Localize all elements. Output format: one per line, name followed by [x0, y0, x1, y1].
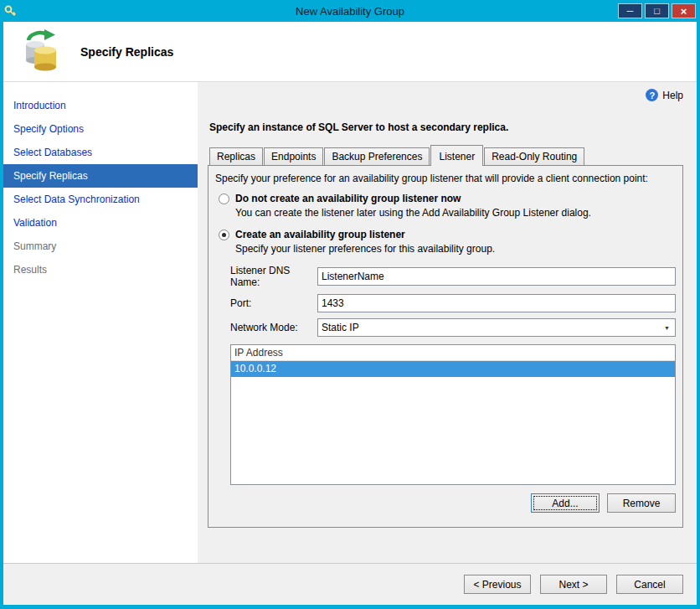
- tab-endpoints[interactable]: Endpoints: [264, 147, 323, 165]
- ip-address-row[interactable]: 10.0.0.12: [231, 361, 675, 377]
- previous-button[interactable]: < Previous: [464, 575, 531, 594]
- sidebar-item-summary: Summary: [3, 235, 198, 258]
- sidebar-item-validation[interactable]: Validation: [3, 211, 198, 235]
- ip-address-column-header: IP Address: [231, 345, 675, 361]
- next-button[interactable]: Next >: [540, 575, 607, 594]
- help-link[interactable]: ? Help: [646, 89, 683, 101]
- radio-no-listener-description: You can create the listener later using …: [235, 207, 676, 219]
- availability-group-wizard-icon: [20, 28, 62, 75]
- new-availability-group-window: New Availability Group ─ □ ×: [0, 0, 700, 609]
- sidebar-item-results: Results: [3, 258, 198, 281]
- radio-no-listener[interactable]: Do not create an availability group list…: [219, 193, 676, 204]
- radio-no-listener-label[interactable]: Do not create an availability group list…: [235, 193, 461, 204]
- radio-create-listener[interactable]: Create an availability group listener: [219, 229, 676, 240]
- wizard-footer: < Previous Next > Cancel: [3, 563, 697, 605]
- wizard-header: Specify Replicas: [3, 22, 697, 82]
- sidebar-item-select-data-synchronization[interactable]: Select Data Synchronization: [3, 188, 198, 211]
- sidebar-item-specify-replicas[interactable]: Specify Replicas: [3, 164, 198, 188]
- port-label: Port:: [230, 297, 317, 309]
- remove-button[interactable]: Remove: [607, 493, 676, 513]
- ip-address-list[interactable]: IP Address 10.0.0.12: [230, 344, 676, 485]
- app-key-icon: [4, 4, 19, 18]
- chevron-down-icon: ▼: [660, 320, 674, 335]
- network-mode-selected-value: Static IP: [322, 322, 359, 333]
- port-input[interactable]: [317, 294, 676, 312]
- sidebar-item-introduction[interactable]: Introduction: [3, 94, 198, 117]
- sidebar-item-select-databases[interactable]: Select Databases: [3, 141, 198, 164]
- listener-tab-panel: Specify your preference for an availabil…: [208, 165, 683, 528]
- listener-intro-text: Specify your preference for an availabil…: [215, 173, 676, 184]
- tab-read-only-routing[interactable]: Read-Only Routing: [484, 147, 584, 165]
- instruction-text: Specify an instance of SQL Server to hos…: [209, 121, 683, 133]
- tab-strip: Replicas Endpoints Backup Preferences Li…: [208, 145, 683, 165]
- listener-dns-name-label: Listener DNS Name:: [230, 265, 317, 288]
- radio-create-listener-circle[interactable]: [219, 230, 229, 240]
- radio-no-listener-circle[interactable]: [219, 194, 229, 204]
- main-content: ? Help Specify an instance of SQL Server…: [198, 82, 697, 563]
- sidebar-item-specify-options[interactable]: Specify Options: [3, 117, 198, 141]
- tab-backup-preferences[interactable]: Backup Preferences: [324, 147, 430, 165]
- minimize-button[interactable]: ─: [618, 3, 642, 18]
- page-title: Specify Replicas: [80, 45, 173, 59]
- radio-create-listener-label[interactable]: Create an availability group listener: [235, 229, 405, 240]
- tab-listener[interactable]: Listener: [430, 145, 483, 166]
- help-icon: ?: [646, 89, 658, 101]
- help-label: Help: [662, 90, 683, 101]
- dialog-frame: Specify Replicas Introduction Specify Op…: [3, 22, 697, 605]
- listener-dns-name-input[interactable]: [317, 267, 676, 286]
- cancel-button[interactable]: Cancel: [616, 575, 683, 594]
- close-button[interactable]: ×: [672, 3, 696, 18]
- radio-create-listener-description: Specify your listener preferences for th…: [235, 243, 676, 255]
- network-mode-label: Network Mode:: [230, 322, 317, 333]
- titlebar[interactable]: New Availability Group ─ □ ×: [0, 0, 700, 22]
- wizard-steps-sidebar: Introduction Specify Options Select Data…: [3, 82, 198, 563]
- network-mode-dropdown[interactable]: Static IP ▼: [317, 318, 676, 337]
- window-title: New Availability Group: [0, 5, 700, 18]
- add-button[interactable]: Add...: [531, 493, 600, 513]
- maximize-button[interactable]: □: [645, 3, 669, 18]
- tab-replicas[interactable]: Replicas: [209, 147, 263, 165]
